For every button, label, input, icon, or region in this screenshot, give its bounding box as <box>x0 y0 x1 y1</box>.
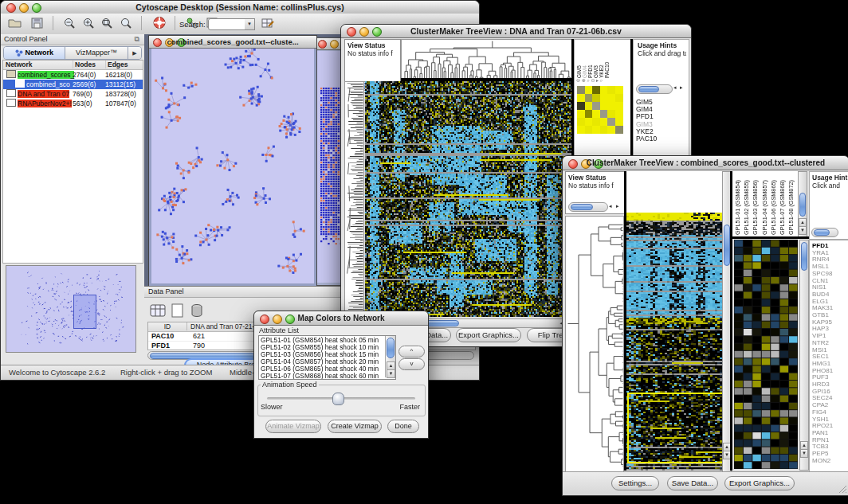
save-data-button[interactable]: Save Data... <box>667 476 718 490</box>
list-vscrollbar[interactable]: ▲ ▼ <box>385 336 395 377</box>
mini-heatmap-cell[interactable] <box>600 86 608 94</box>
column-dendrogram-canvas[interactable] <box>401 39 573 80</box>
usage-hints-hscrollbar[interactable] <box>811 228 838 237</box>
close-icon[interactable] <box>318 40 327 49</box>
network-table-row[interactable]: combined_scores_2764(0)16218(0) <box>3 70 143 80</box>
attribute-table-icon[interactable] <box>149 303 167 322</box>
treeview1-title-bar[interactable]: ClusterMaker TreeView : DNA and Tran 07-… <box>341 25 691 38</box>
attribute-item[interactable]: GPL51-07 (GSM868) heat shock 60 min <box>261 373 385 380</box>
scrollbar-thumb[interactable] <box>387 338 395 358</box>
scroll-down-icon[interactable]: ▼ <box>387 369 395 378</box>
mini-heatmap-cell[interactable] <box>607 94 615 102</box>
mini-heatmap-cell[interactable] <box>592 118 600 126</box>
mini-heatmap-cell[interactable] <box>585 94 593 102</box>
animate-vizmap-button[interactable]: Animate Vizmap <box>265 420 321 433</box>
search-input[interactable] <box>208 18 246 30</box>
zoom-selected-icon[interactable] <box>100 17 114 33</box>
open-file-icon[interactable] <box>7 17 22 33</box>
table-edit-icon[interactable] <box>261 17 275 33</box>
scrollbar-thumb[interactable] <box>724 225 730 266</box>
network-canvas-1-area[interactable] <box>151 49 314 283</box>
resize-grip-icon[interactable] <box>838 484 847 494</box>
treeview2-title-bar[interactable]: ClusterMaker TreeView : combined_scores_… <box>563 156 848 170</box>
mini-heatmap-cell[interactable] <box>585 110 593 118</box>
row-dendrogram-canvas[interactable] <box>344 81 364 318</box>
mini-heatmap-cell[interactable] <box>615 94 623 102</box>
mini-heatmap-cell[interactable] <box>607 126 615 134</box>
settings-button[interactable]: Settings... <box>611 476 659 490</box>
export-graphics-button[interactable]: Export Graphics... <box>724 476 795 490</box>
mini-heatmap-cell[interactable] <box>615 126 623 134</box>
gene-label[interactable]: MON2 <box>812 458 833 465</box>
mini-heatmap-cell[interactable] <box>615 118 623 126</box>
mini-heatmap-cell[interactable] <box>585 126 593 134</box>
scroll-down-icon[interactable]: ▼ <box>800 449 808 458</box>
mini-heatmap-cell[interactable] <box>577 118 585 126</box>
network-table-row[interactable]: DNA and Tran 07769(0)183728(0) <box>3 89 143 99</box>
mini-toolbar-icons[interactable]: ⊖ ⊕ ⌕ ⊙ ▸ ⌕ <box>576 77 603 84</box>
mini-heatmap-cell[interactable] <box>592 94 600 102</box>
float-panel-icon[interactable]: ⧉ <box>135 35 139 44</box>
heatmap-selection-rect[interactable] <box>627 393 724 463</box>
mini-heatmap-cell[interactable] <box>607 110 615 118</box>
mini-heatmap-cell[interactable] <box>585 102 593 110</box>
scroll-left-icon[interactable]: ◂ <box>673 84 677 91</box>
help-lifering-icon[interactable] <box>152 16 167 33</box>
mini-heatmap-cell[interactable] <box>607 102 615 110</box>
mini-heatmap-cell[interactable] <box>585 118 593 126</box>
scroll-left-icon[interactable]: ◂ <box>609 203 612 209</box>
mini-heatmap-cell[interactable] <box>577 126 585 134</box>
scroll-right-icon[interactable]: ▸ <box>616 203 619 209</box>
network-table-row[interactable]: combined_sco2569(6)13112(15) <box>3 80 143 89</box>
mini-heatmap-cell[interactable] <box>607 118 615 126</box>
mini-heatmap-cell[interactable] <box>577 86 585 94</box>
scroll-down-icon[interactable]: ▼ <box>799 226 807 235</box>
speed-slider-thumb[interactable] <box>332 393 344 405</box>
search-dropdown-icon[interactable]: ▼ <box>245 18 255 30</box>
tab-vizmapper[interactable]: VizMapper™ <box>65 47 128 59</box>
dialog-title-bar[interactable]: Map Colors to Network <box>254 311 428 326</box>
new-attribute-icon[interactable] <box>170 303 186 322</box>
row-dendrogram-canvas[interactable] <box>565 216 624 472</box>
move-down-button[interactable]: v <box>398 358 425 370</box>
mini-heatmap-cell[interactable] <box>615 110 623 118</box>
scroll-right-icon[interactable]: ▸ <box>680 84 683 91</box>
column-label-vscrollbar[interactable]: ▲ ▼ <box>798 171 807 238</box>
usage-hints-hscrollbar[interactable] <box>636 84 673 94</box>
mini-heatmap-cell[interactable] <box>615 86 623 94</box>
mini-heatmap[interactable] <box>577 86 623 134</box>
zoom-in-icon[interactable] <box>82 17 96 33</box>
birdseye-panel[interactable] <box>6 265 136 353</box>
export-graphics-button[interactable]: Export Graphics... <box>456 328 521 342</box>
delete-attribute-icon[interactable] <box>189 303 205 322</box>
mini-heatmap-cell[interactable] <box>600 110 608 118</box>
mini-heatmap-cell[interactable] <box>592 126 600 134</box>
minimize-icon[interactable] <box>330 40 339 49</box>
zoom-fit-icon[interactable] <box>120 17 133 33</box>
mini-heatmap-cell[interactable] <box>592 86 600 94</box>
create-vizmap-button[interactable]: Create Vizmap <box>328 420 382 433</box>
mini-heatmap-cell[interactable] <box>607 86 615 94</box>
gene-vscrollbar[interactable]: ▲ ▼ <box>799 240 809 471</box>
network-window-1-title-bar[interactable]: combined_scores_good.txt--cluste... <box>149 36 316 49</box>
mini-heatmap-cell[interactable] <box>577 110 585 118</box>
network-table-row[interactable]: RNAPuberNov2+!563(0)107847(0) <box>3 99 143 108</box>
tab-more-icon[interactable]: ▶ <box>128 47 141 59</box>
mini-heatmap-cell[interactable] <box>600 94 608 102</box>
move-up-button[interactable]: ^ <box>398 346 425 357</box>
mini-heatmap-cell[interactable] <box>585 86 593 94</box>
mini-heatmap-cell[interactable] <box>600 102 608 110</box>
mini-heatmap-cell[interactable] <box>615 102 623 110</box>
mini-heatmap-cell[interactable] <box>592 110 600 118</box>
birdseye-canvas[interactable] <box>6 266 134 350</box>
attribute-listbox[interactable]: GPL51-01 (GSM854) heat shock 05 minGPL51… <box>258 335 396 380</box>
network-canvas[interactable] <box>151 49 312 282</box>
heatmap-canvas[interactable] <box>365 81 572 317</box>
scrollbar-thumb[interactable] <box>801 242 807 271</box>
done-button[interactable]: Done <box>387 420 419 433</box>
main-title-bar[interactable]: Cytoscape Desktop (Session Name: collins… <box>1 1 479 14</box>
sub-heatmap-canvas[interactable] <box>734 240 798 469</box>
gene-label[interactable]: PAC10 <box>636 135 657 143</box>
tab-network[interactable]: Network <box>4 47 65 59</box>
zoom-out-icon[interactable] <box>63 17 77 33</box>
